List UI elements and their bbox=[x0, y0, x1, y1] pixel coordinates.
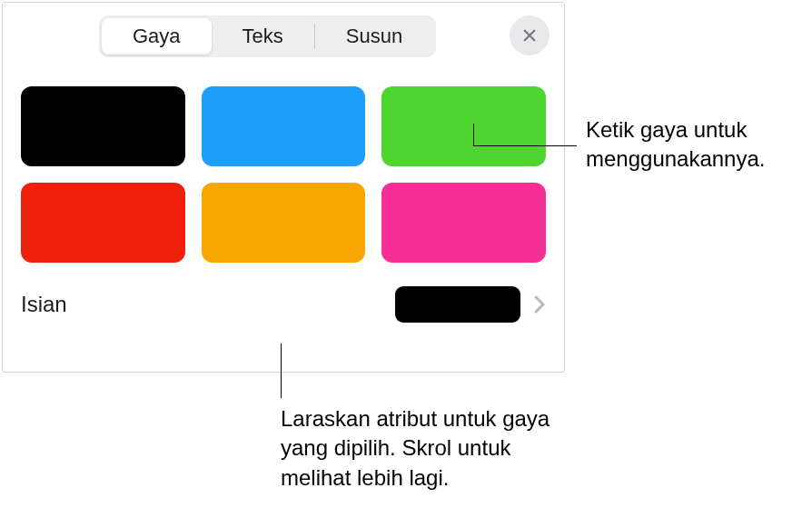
fill-right bbox=[395, 286, 546, 323]
tab-bar: Gaya Teks Susun bbox=[99, 15, 436, 57]
tab-arrange[interactable]: Susun bbox=[315, 18, 433, 55]
callout-line bbox=[473, 124, 474, 145]
callout-line bbox=[473, 145, 577, 146]
tab-style[interactable]: Gaya bbox=[102, 18, 212, 55]
tab-text[interactable]: Teks bbox=[212, 18, 314, 55]
swatch-blue[interactable] bbox=[202, 86, 366, 166]
swatch-orange[interactable] bbox=[202, 183, 366, 263]
swatch-black[interactable] bbox=[21, 86, 185, 166]
fill-color-chip[interactable] bbox=[395, 286, 520, 323]
fill-label: Isian bbox=[21, 292, 67, 317]
style-swatches bbox=[3, 74, 564, 263]
chevron-right-icon[interactable] bbox=[533, 294, 546, 314]
close-icon bbox=[521, 27, 538, 44]
panel-header: Gaya Teks Susun bbox=[3, 3, 564, 74]
swatch-green[interactable] bbox=[381, 86, 546, 166]
fill-row[interactable]: Isian bbox=[3, 286, 564, 323]
callout-attributes-text: Laraskan atribut untuk gaya yang dipilih… bbox=[281, 404, 553, 493]
swatch-pink[interactable] bbox=[381, 183, 546, 263]
format-panel: Gaya Teks Susun Isian bbox=[2, 2, 565, 373]
close-button[interactable] bbox=[510, 15, 550, 55]
callout-style-text: Ketik gaya untuk menggunakannya. bbox=[586, 115, 804, 174]
callout-line bbox=[281, 344, 282, 398]
swatch-red[interactable] bbox=[21, 183, 185, 263]
